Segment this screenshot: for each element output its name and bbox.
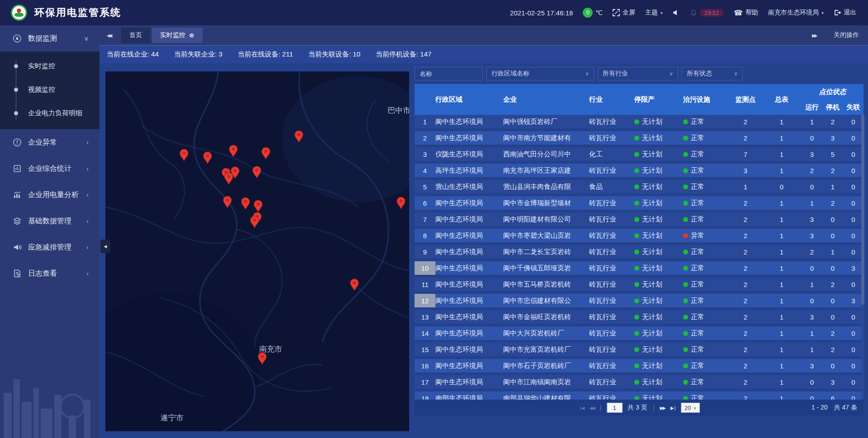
cell-company: 阆中大兴页岩机砖厂: [503, 326, 589, 340]
status-filter-select[interactable]: 所有状态 ∨: [682, 67, 743, 80]
cell-pollution-facility: 正常: [683, 164, 729, 177]
stat-item: 当前在线设备: 211: [238, 50, 293, 59]
cell-running: 0: [802, 261, 822, 275]
facility-status-dot: [683, 201, 688, 206]
prev-page-button[interactable]: ◀◀: [589, 405, 594, 410]
tab-home[interactable]: 首页: [121, 28, 150, 43]
cell-stopped: 1: [822, 245, 843, 259]
facility-status-dot: [683, 363, 688, 368]
first-page-button[interactable]: ❘◀: [578, 405, 584, 410]
cell-total-meters: 1: [762, 245, 802, 259]
fullscreen-button[interactable]: 全屏: [613, 9, 635, 17]
table-row[interactable]: 8 阆中生态环境局 阆中市枣碧大梁山页岩 砖瓦行业 无计划 异常 2 1 3 0…: [415, 229, 863, 242]
sidebar-item-enterprise-statistics[interactable]: 企业综合统计 ‹: [0, 155, 99, 182]
cell-production-limit: 无计划: [634, 326, 683, 340]
industry-filter-select[interactable]: 所有行业 ∨: [598, 67, 678, 80]
tabs-scroll-right-button[interactable]: ▶▶: [812, 33, 822, 38]
table-row[interactable]: 17 阆中生态环境局 阆中市江南镇阆南页岩 砖瓦行业 无计划 正常 2 1 0 …: [415, 375, 863, 389]
table-row[interactable]: 1 阆中生态环境局 阆中强锐页岩砖厂 砖瓦行业 无计划 正常 2 1 1 2 0: [415, 115, 863, 128]
cell-pollution-facility: 正常: [683, 196, 729, 210]
tab-realtime-monitor[interactable]: 实时监控 ⊗: [152, 28, 203, 43]
table-header: 行政区域 企业 行业 停限产 治污设施 监测点 总表 点位状态 运行 停机 失联: [415, 84, 863, 115]
col-total-meters: 总表: [762, 84, 802, 115]
table-row[interactable]: 12 阆中生态环境局 阆中市忠信建材有限公 砖瓦行业 无计划 正常 2 1 0 …: [415, 294, 863, 307]
table-row[interactable]: 18 南部生态环境局 南部县瑞华山建材有限 砖瓦行业 无计划 正常 2 1 0 …: [415, 391, 863, 400]
table-row[interactable]: 15 阆中生态环境局 阆中市光富页岩机砖厂 砖瓦行业 无计划 正常 2 1 1 …: [415, 343, 863, 356]
notifications[interactable]: 2632: [690, 9, 724, 17]
layers-icon: [13, 217, 22, 226]
map-panel[interactable]: 巴中市南充市遂宁市: [105, 71, 409, 431]
table-row[interactable]: 11 阆中生态环境局 阆中市五马桥页岩机砖 砖瓦行业 无计划 正常 2 1 1 …: [415, 278, 863, 291]
right-panel: 行政区域名称 ∨ 所有行业 ∨ 所有状态 ∨ 行政区域 企业 行业 停限产 治污…: [415, 67, 863, 438]
tabs-scroll-left-button[interactable]: ◀◀: [107, 33, 117, 38]
table-row[interactable]: 16 阆中生态环境局 阆中市石子页岩机砖厂 砖瓦行业 无计划 正常 2 1 3 …: [415, 359, 863, 372]
table-row[interactable]: 7 阆中生态环境局 阆中明阳建材有限公司 砖瓦行业 无计划 正常 2 1 3 0…: [415, 212, 863, 226]
table-row[interactable]: 13 阆中生态环境局 阆中市金福旺页岩机砖 砖瓦行业 无计划 正常 2 1 3 …: [415, 310, 863, 324]
cell-running: 0: [802, 131, 822, 145]
sidebar-item-emergency-reduction[interactable]: 应急减排管理 ‹: [0, 234, 99, 260]
cell-total-meters: 1: [762, 131, 802, 145]
total-count-label: 共 47 条: [834, 404, 857, 412]
close-operations-button[interactable]: 关闭操作: [834, 31, 859, 39]
region-filter-select[interactable]: 行政区域名称 ∨: [486, 67, 594, 80]
last-page-button[interactable]: ▶❘: [670, 405, 676, 410]
col-pollution-facility: 治污设施: [683, 84, 729, 115]
table-row[interactable]: 10 阆中生态环境局 阆中千佛镇五郎垭页岩 砖瓦行业 无计划 正常 2 1 0 …: [415, 261, 863, 275]
cell-region: 阆中生态环境局: [435, 375, 503, 389]
cell-total-meters: 1: [762, 375, 802, 389]
chevron-collapsed-icon: ‹: [86, 191, 89, 198]
cell-lost: 0: [843, 326, 863, 340]
table-row[interactable]: 6 阆中生态环境局 阆中市金博瑞新型墙材 砖瓦行业 无计划 正常 2 1 1 2…: [415, 196, 863, 210]
page-size-select[interactable]: 20 ∨: [681, 403, 700, 413]
limit-status-dot: [634, 331, 639, 336]
cell-lost: 0: [843, 245, 863, 259]
table-row[interactable]: 5 营山生态环境局 营山县润丰肉食品有限 食品 无计划 正常 1 0 0 1 0: [415, 180, 863, 193]
cell-company: 营山县润丰肉食品有限: [503, 180, 589, 193]
table-row[interactable]: 3 仪陇生态环境局 西南油气田分公司川中 化工 无计划 正常 7 1 3 5 0: [415, 147, 863, 161]
sidebar-item-power-analysis[interactable]: 企业用电量分析 ‹: [0, 182, 99, 208]
speaker-icon: [673, 9, 680, 16]
cell-production-limit: 无计划: [634, 131, 683, 145]
sidebar-item-log-view[interactable]: 日志查看 ‹: [0, 260, 99, 287]
name-filter-input[interactable]: [420, 70, 478, 77]
cell-industry: 砖瓦行业: [589, 261, 634, 275]
next-page-button[interactable]: ▶▶: [660, 405, 665, 410]
scrollbar-thumb[interactable]: [861, 115, 864, 305]
cell-stopped: 2: [822, 196, 843, 210]
cell-production-limit: 无计划: [634, 245, 683, 259]
cell-monitor-points: 2: [729, 294, 762, 307]
table-row[interactable]: 2 阆中生态环境局 阆中市南方节能建材有 砖瓦行业 无计划 正常 2 1 0 3…: [415, 131, 863, 145]
cell-lost: 0: [843, 196, 863, 210]
stat-item: 当前在线企业: 44: [107, 50, 159, 59]
cell-rank: 8: [415, 229, 435, 242]
cell-monitor-points: 2: [729, 359, 762, 372]
sidebar-item-base-data[interactable]: 基础数据管理 ‹: [0, 208, 99, 234]
exit-icon: [834, 9, 841, 16]
table-scrollbar[interactable]: [861, 115, 864, 400]
org-dropdown[interactable]: 南充市生态环境局 ▾: [768, 9, 824, 17]
mute-button[interactable]: [673, 9, 680, 16]
facility-status-dot: [683, 347, 688, 352]
map-collapse-button[interactable]: ◀: [100, 240, 110, 253]
stat-item: 当前停机设备: 147: [376, 50, 431, 59]
sidebar-item-realtime-monitor[interactable]: 实时监控: [0, 54, 99, 78]
help-button[interactable]: ☎ 帮助: [734, 9, 758, 17]
logout-button[interactable]: 退出: [834, 9, 856, 17]
table-row[interactable]: 14 阆中生态环境局 阆中大兴页岩机砖厂 砖瓦行业 无计划 正常 2 1 1 2…: [415, 326, 863, 340]
sidebar-item-video-monitor[interactable]: 视频监控: [0, 78, 99, 101]
cell-monitor-points: 2: [729, 196, 762, 210]
table-row[interactable]: 9 阆中生态环境局 阆中市二龙长宝页岩砖 砖瓦行业 无计划 正常 2 1 2 1…: [415, 245, 863, 259]
cell-lost: 0: [843, 391, 863, 400]
sidebar-item-enterprise-abnormal[interactable]: 企业异常 ‹: [0, 129, 99, 155]
sidebar-item-data-monitoring[interactable]: 数据监测 ∨: [0, 25, 99, 52]
close-tab-icon[interactable]: ⊗: [189, 32, 194, 39]
col-industry: 行业: [589, 84, 634, 115]
sidebar-submenu: 实时监控 视频监控 企业电力负荷明细: [0, 52, 99, 129]
table-body: 1 阆中生态环境局 阆中强锐页岩砖厂 砖瓦行业 无计划 正常 2 1 1 2 0…: [415, 115, 863, 400]
sidebar-item-power-load-detail[interactable]: 企业电力负荷明细: [0, 101, 99, 125]
theme-dropdown[interactable]: 主题 ▾: [645, 9, 663, 17]
table-row[interactable]: 4 高坪生态环境局 南充市高坪区王家店建 砖瓦行业 无计划 正常 3 1 2 2…: [415, 164, 863, 177]
cell-rank: 5: [415, 180, 435, 193]
page-number-input[interactable]: [607, 403, 622, 413]
cell-monitor-points: 2: [729, 115, 762, 128]
